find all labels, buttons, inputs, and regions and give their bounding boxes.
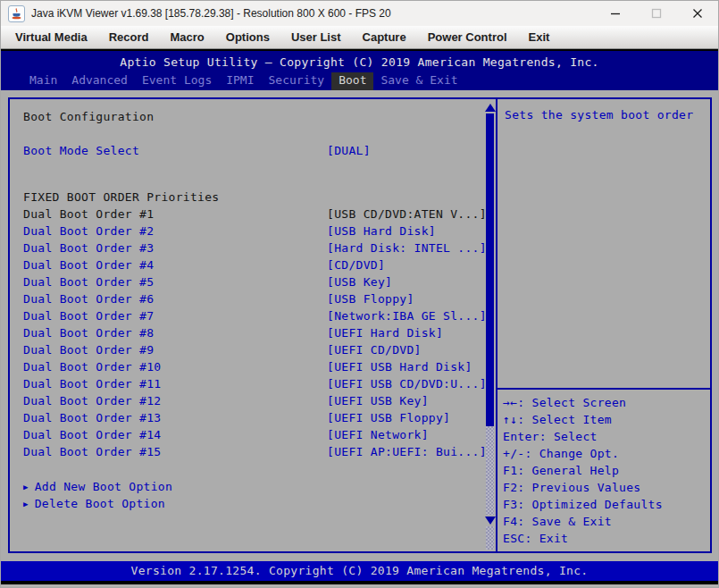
boot-order-value: [UEFI AP:UEFI: Bui...] xyxy=(327,443,487,460)
boot-order-value: [UEFI USB Key] xyxy=(327,392,429,409)
boot-order-row-7[interactable]: Dual Boot Order #7 [Network:IBA GE Sl...… xyxy=(10,307,496,324)
boot-order-row-11[interactable]: Dual Boot Order #11 [UEFI USB CD/DVD:U..… xyxy=(10,375,496,392)
boot-order-row-12[interactable]: Dual Boot Order #12 [UEFI USB Key] xyxy=(10,392,496,409)
scrollbar-track[interactable] xyxy=(486,526,494,550)
boot-order-label: Dual Boot Order #11 xyxy=(23,377,161,391)
boot-order-row-13[interactable]: Dual Boot Order #13 [UEFI USB Floppy] xyxy=(10,409,496,426)
boot-order-value: [UEFI Network] xyxy=(327,426,429,443)
tab-security[interactable]: Security xyxy=(262,72,332,90)
window-controls xyxy=(595,1,718,26)
boot-order-label: Dual Boot Order #1 xyxy=(23,207,154,221)
boot-order-value: [USB CD/DVD:ATEN V...] xyxy=(327,206,487,223)
menu-virtual-media[interactable]: Virtual Media xyxy=(4,30,98,44)
scroll-down-icon[interactable] xyxy=(485,517,496,525)
boot-order-row-3[interactable]: Dual Boot Order #3 [Hard Disk: INTEL ...… xyxy=(10,239,496,256)
boot-order-label: Dual Boot Order #15 xyxy=(23,445,161,458)
menu-user-list[interactable]: User List xyxy=(280,30,352,44)
boot-order-row-15[interactable]: Dual Boot Order #15 [UEFI AP:UEFI: Bui..… xyxy=(10,443,496,460)
delete-boot-option[interactable]: ▶Delete Boot Option xyxy=(10,495,496,512)
add-new-boot-option-label: Add New Boot Option xyxy=(35,480,172,493)
bios-screen: Aptio Setup Utility – Copyright (C) 2019… xyxy=(1,49,718,586)
menu-options[interactable]: Options xyxy=(215,30,280,44)
boot-order-label: Dual Boot Order #13 xyxy=(23,411,161,424)
boot-order-label: Dual Boot Order #4 xyxy=(23,258,154,272)
menu-capture[interactable]: Capture xyxy=(352,30,417,44)
boot-order-label: Dual Boot Order #6 xyxy=(23,292,154,306)
boot-order-value: [UEFI CD/DVD] xyxy=(327,341,422,358)
boot-order-row-6[interactable]: Dual Boot Order #6 [USB Floppy] xyxy=(10,290,496,307)
boot-order-row-10[interactable]: Dual Boot Order #10 [UEFI USB Hard Disk] xyxy=(10,358,496,375)
bios-header: Aptio Setup Utility – Copyright (C) 2019… xyxy=(1,51,718,90)
app-window: Java iKVM Viewer v1.69.38 [185.78.29.38]… xyxy=(0,0,719,588)
hotkey-f1: F1: General Help xyxy=(503,462,710,479)
java-icon xyxy=(8,5,25,22)
close-icon xyxy=(692,8,703,19)
scrollbar[interactable] xyxy=(484,103,496,550)
maximize-button[interactable] xyxy=(636,1,677,26)
hotkey-change-opt: +/-: Change Opt. xyxy=(503,445,710,462)
hotkey-select-screen: →←: Select Screen xyxy=(503,394,710,411)
menu-power-control[interactable]: Power Control xyxy=(417,30,518,44)
boot-order-value: [UEFI Hard Disk] xyxy=(327,324,443,341)
boot-order-row-9[interactable]: Dual Boot Order #9 [UEFI CD/DVD] xyxy=(10,341,496,358)
scrollbar-thumb[interactable] xyxy=(486,113,494,426)
hotkey-f4: F4: Save & Exit xyxy=(503,513,710,530)
boot-order-label: Dual Boot Order #8 xyxy=(23,326,154,340)
submenu-arrow-icon: ▶ xyxy=(23,483,29,491)
help-panel: Sets the system boot order →←: Select Sc… xyxy=(496,99,710,551)
content-box: Boot Configuration Boot Mode Select [DUA… xyxy=(8,97,712,553)
section-title: Boot Configuration xyxy=(10,108,496,125)
maximize-icon xyxy=(651,8,662,19)
help-description: Sets the system boot order xyxy=(497,99,710,390)
scrollbar-track[interactable] xyxy=(486,426,494,515)
boot-options-panel: Boot Configuration Boot Mode Select [DUA… xyxy=(10,99,496,551)
bios-body: Boot Configuration Boot Mode Select [DUA… xyxy=(1,90,718,561)
boot-order-value: [Hard Disk: INTEL ...] xyxy=(327,239,487,256)
tab-advanced[interactable]: Advanced xyxy=(64,72,135,90)
submenu-arrow-icon: ▶ xyxy=(23,500,29,508)
tab-boot[interactable]: Boot xyxy=(331,72,373,90)
boot-mode-select-row[interactable]: Boot Mode Select [DUAL] xyxy=(10,142,496,159)
minimize-button[interactable] xyxy=(595,1,636,26)
hotkey-enter: Enter: Select xyxy=(503,428,710,445)
add-new-boot-option[interactable]: ▶Add New Boot Option xyxy=(10,478,496,495)
boot-order-label: Dual Boot Order #14 xyxy=(23,428,161,441)
tab-event-logs[interactable]: Event Logs xyxy=(135,72,219,90)
boot-order-label: Dual Boot Order #5 xyxy=(23,275,154,289)
boot-order-value: [UEFI USB CD/DVD:U...] xyxy=(327,375,487,392)
hotkey-esc: ESC: Exit xyxy=(503,530,710,547)
boot-order-row-4[interactable]: Dual Boot Order #4 [CD/DVD] xyxy=(10,256,496,273)
menu-bar: Virtual Media Record Macro Options User … xyxy=(1,26,718,49)
delete-boot-option-label: Delete Boot Option xyxy=(35,497,165,510)
bios-header-title: Aptio Setup Utility – Copyright (C) 2019… xyxy=(1,51,718,69)
boot-order-label: Dual Boot Order #3 xyxy=(23,241,154,255)
boot-mode-label: Boot Mode Select xyxy=(23,144,139,157)
boot-order-value: [UEFI USB Floppy] xyxy=(327,409,450,426)
boot-order-value: [USB Key] xyxy=(327,273,392,290)
tab-ipmi[interactable]: IPMI xyxy=(219,72,261,90)
boot-order-label: Dual Boot Order #9 xyxy=(23,343,154,357)
boot-order-value: [UEFI USB Hard Disk] xyxy=(327,358,472,375)
bottom-gray-strip xyxy=(1,584,718,588)
boot-order-row-8[interactable]: Dual Boot Order #8 [UEFI Hard Disk] xyxy=(10,324,496,341)
boot-order-row-14[interactable]: Dual Boot Order #14 [UEFI Network] xyxy=(10,426,496,443)
hotkey-f3: F3: Optimized Defaults xyxy=(503,496,710,513)
menu-record[interactable]: Record xyxy=(98,30,160,44)
menu-exit[interactable]: Exit xyxy=(518,30,561,44)
boot-order-value: [USB Floppy] xyxy=(327,290,414,307)
tab-save-exit[interactable]: Save & Exit xyxy=(373,72,464,90)
boot-order-label: Dual Boot Order #10 xyxy=(23,360,161,374)
boot-order-row-2[interactable]: Dual Boot Order #2 [USB Hard Disk] xyxy=(10,223,496,239)
hotkey-f2: F2: Previous Values xyxy=(503,479,710,496)
boot-order-row-5[interactable]: Dual Boot Order #5 [USB Key] xyxy=(10,273,496,290)
scroll-up-icon[interactable] xyxy=(485,104,496,112)
menu-macro[interactable]: Macro xyxy=(159,30,214,44)
boot-order-label: Dual Boot Order #12 xyxy=(23,394,161,407)
bios-tab-bar: Main Advanced Event Logs IPMI Security B… xyxy=(1,72,718,90)
close-button[interactable] xyxy=(677,1,718,26)
tab-main[interactable]: Main xyxy=(22,72,64,90)
boot-order-label: Dual Boot Order #7 xyxy=(23,309,154,323)
boot-order-row-1[interactable]: Dual Boot Order #1 [USB CD/DVD:ATEN V...… xyxy=(10,206,496,223)
window-title: Java iKVM Viewer v1.69.38 [185.78.29.38]… xyxy=(31,7,391,20)
boot-order-value: [Network:IBA GE Sl...] xyxy=(327,307,487,324)
